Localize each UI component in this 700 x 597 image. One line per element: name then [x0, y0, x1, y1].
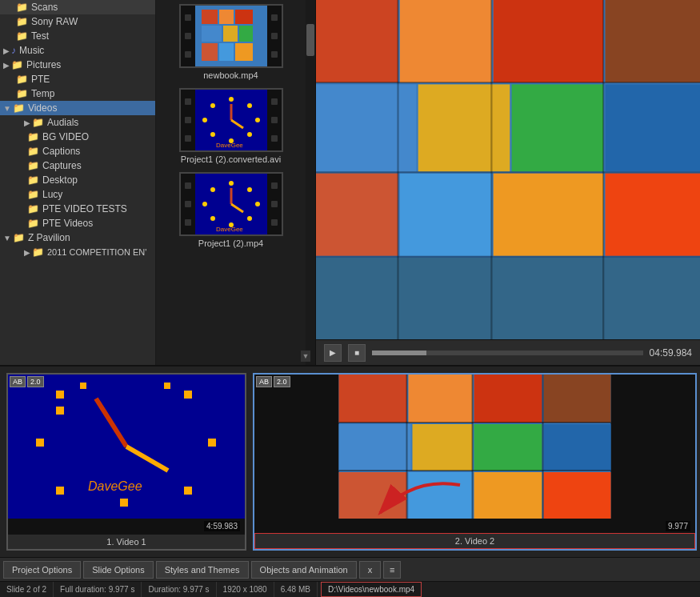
- sidebar-item-2011comp[interactable]: ▶ 📁 2011 COMPETITION EN': [0, 245, 155, 259]
- toolbar: Project Options Slide Options Styles and…: [0, 557, 700, 581]
- sidebar-item-scans[interactable]: 📁 Scans: [0, 0, 155, 14]
- expand-arrow[interactable]: ▶: [24, 248, 30, 257]
- folder-icon: 📁: [27, 203, 39, 214]
- objects-animation-button[interactable]: Objects and Animation: [251, 561, 357, 579]
- svg-rect-46: [605, 174, 700, 256]
- sidebar-label: Desktop: [42, 174, 78, 186]
- sidebar-item-pictures[interactable]: ▶ 📁 Pictures: [0, 58, 155, 72]
- film-hole: [271, 98, 278, 105]
- svg-point-13: [255, 118, 260, 122]
- svg-rect-76: [544, 424, 611, 471]
- expand-arrow[interactable]: ▶: [3, 46, 10, 55]
- svg-rect-70: [409, 375, 473, 423]
- sidebar-item-audials[interactable]: ▶ 📁 Audials: [0, 115, 155, 130]
- stop-button[interactable]: ■: [348, 344, 366, 362]
- project-options-button[interactable]: Project Options: [3, 561, 81, 579]
- slide-options-button[interactable]: Slide Options: [83, 561, 153, 579]
- expand-arrow[interactable]: ▶: [3, 61, 10, 70]
- badge-ab: AB: [256, 376, 272, 387]
- film-hole: [185, 14, 191, 21]
- sidebar-label: PTE VIDEO TESTS: [42, 203, 127, 214]
- expand-arrow[interactable]: ▶: [24, 118, 30, 127]
- folder-icon: 📁: [27, 174, 39, 186]
- progress-bar[interactable]: [372, 351, 643, 355]
- expand-arrow[interactable]: ▼: [3, 104, 11, 113]
- status-filesize: 6.48 MB: [274, 582, 318, 597]
- film-strip-right: [267, 6, 282, 66]
- file-scrollbar[interactable]: ▼: [306, 0, 315, 365]
- svg-rect-2: [219, 10, 234, 24]
- folder-icon: 📁: [16, 88, 28, 99]
- sidebar-item-temp[interactable]: 📁 Temp: [0, 86, 155, 101]
- status-full-duration: Full duration: 9.977 s: [54, 582, 142, 597]
- sidebar-item-music[interactable]: ▶ ♪ Music: [0, 43, 155, 58]
- sidebar-label: Audials: [47, 117, 78, 128]
- folder-icon: 📁: [27, 189, 39, 200]
- svg-rect-62: [56, 407, 64, 415]
- sidebar-item-captions[interactable]: 📁 Captions: [0, 144, 155, 158]
- thumbnail-art: [194, 6, 269, 66]
- svg-rect-37: [494, 0, 604, 82]
- sidebar: 📁 Scans 📁 Sony RAW 📁 Test ▶ ♪ Music ▶ 📁 …: [0, 0, 156, 365]
- x-button[interactable]: x: [359, 561, 382, 579]
- sidebar-item-zpavilion[interactable]: ▼ 📁 Z Pavilion: [0, 230, 155, 245]
- svg-rect-57: [208, 439, 216, 447]
- sidebar-label: Captures: [42, 160, 82, 171]
- sidebar-item-bgvideo[interactable]: 📁 BG VIDEO: [0, 130, 155, 144]
- sidebar-label: Sony RAW: [31, 16, 78, 27]
- film-strip-left: [181, 6, 195, 66]
- expand-arrow[interactable]: ▼: [3, 234, 11, 242]
- play-button[interactable]: ▶: [324, 344, 342, 362]
- slide-panel-1[interactable]: AB 2.0 DaveGee 4:59.983 1. Video 1: [6, 373, 246, 551]
- slide-panel-2[interactable]: AB 2.0 9.977 2. Video 2: [253, 373, 697, 551]
- svg-rect-40: [418, 84, 510, 171]
- menu-icon-button[interactable]: ≡: [383, 561, 401, 579]
- svg-rect-45: [494, 174, 604, 256]
- film-strip-left: [181, 90, 195, 150]
- sidebar-item-desktop[interactable]: 📁 Desktop: [0, 173, 155, 187]
- svg-rect-64: [164, 383, 170, 389]
- sidebar-item-lucy[interactable]: 📁 Lucy: [0, 187, 155, 202]
- svg-text:DaveGee: DaveGee: [216, 142, 243, 149]
- film-hole: [185, 117, 191, 123]
- sidebar-label: Pictures: [26, 59, 61, 70]
- svg-rect-7: [202, 43, 218, 61]
- main-area: 📁 Scans 📁 Sony RAW 📁 Test ▶ ♪ Music ▶ 📁 …: [0, 0, 700, 365]
- file-thumbnail: DaveGee: [179, 172, 283, 236]
- file-item-project1mp4[interactable]: DaveGee Project1 (2).mp4: [160, 172, 302, 248]
- file-item-project1avi[interactable]: DaveGee Project1 (2).converted.avi: [160, 88, 302, 164]
- sidebar-item-ptevideotests[interactable]: 📁 PTE VIDEO TESTS: [0, 202, 155, 216]
- folder-icon: 📁: [27, 131, 39, 142]
- file-item-newbook[interactable]: newbook.mp4: [160, 4, 302, 80]
- scrollbar-thumb[interactable]: [306, 24, 314, 56]
- svg-rect-60: [56, 487, 64, 495]
- svg-rect-58: [184, 487, 192, 495]
- film-hole: [185, 98, 191, 105]
- sidebar-item-captures[interactable]: 📁 Captures: [0, 158, 155, 173]
- svg-rect-9: [235, 43, 253, 61]
- sidebar-item-videos[interactable]: ▼ 📁 Videos: [0, 101, 155, 115]
- svg-rect-55: [56, 391, 64, 399]
- file-browser-inner: newbook.mp4: [156, 0, 315, 365]
- sidebar-item-sonyraw[interactable]: 📁 Sony RAW: [0, 14, 155, 29]
- sidebar-item-pte[interactable]: 📁 PTE: [0, 72, 155, 86]
- svg-text:DaveGee: DaveGee: [88, 479, 142, 493]
- film-hole: [271, 135, 278, 142]
- sidebar-label: BG VIDEO: [42, 131, 89, 142]
- folder-icon: 📁: [32, 117, 44, 128]
- status-resolution: 1920 x 1080: [217, 582, 274, 597]
- film-hole: [185, 33, 191, 39]
- status-bar: Slide 2 of 2 Full duration: 9.977 s Dura…: [0, 581, 700, 597]
- svg-rect-61: [36, 439, 44, 447]
- svg-point-11: [229, 97, 234, 102]
- svg-text:DaveGee: DaveGee: [216, 226, 243, 233]
- sidebar-item-test[interactable]: 📁 Test: [0, 29, 155, 43]
- film-strip-left: [181, 174, 195, 234]
- sidebar-item-ptevideos[interactable]: 📁 PTE Videos: [0, 216, 155, 230]
- file-name: Project1 (2).mp4: [198, 238, 263, 248]
- styles-themes-button[interactable]: Styles and Themes: [156, 561, 249, 579]
- svg-rect-41: [512, 84, 604, 171]
- sidebar-label: Lucy: [42, 189, 62, 200]
- scroll-down-arrow[interactable]: ▼: [301, 351, 310, 362]
- svg-rect-5: [223, 26, 238, 42]
